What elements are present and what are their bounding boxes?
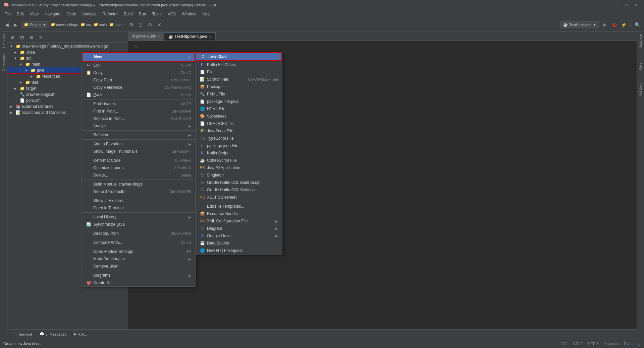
ctx-item-paste[interactable]: 📄 Paste Ctrl+V [82, 91, 195, 98]
status-position[interactable]: 27:1 [560, 342, 568, 346]
tree-settings-btn[interactable]: ⚙ [28, 33, 36, 42]
tree-item-crawler-blogs[interactable]: ▾ 📁 crawler-blogs F:\study_project\siki\… [7, 43, 128, 49]
maximize-button[interactable]: □ [622, 3, 631, 7]
sub-item-xml-config[interactable]: XML XML Configuration File ▶ [196, 217, 282, 225]
menu-view[interactable]: View [27, 11, 41, 17]
sub-item-ts-file[interactable]: TS TypeScript File [196, 135, 282, 142]
ctx-item-copy-ref[interactable]: Copy Reference Ctrl+Alt+Shift+C [82, 84, 195, 91]
ctx-item-mark-directory[interactable]: Mark Directory as ▶ [82, 255, 195, 263]
sub-item-diagram[interactable]: ◇ Diagram ▶ [196, 225, 282, 232]
tree-close-btn[interactable]: ✕ [37, 33, 45, 42]
minimize-button[interactable]: ─ [613, 3, 622, 7]
sub-item-xslt[interactable]: XS XSLT Stylesheet [196, 194, 282, 201]
menu-build[interactable]: Build [121, 11, 136, 17]
menu-help[interactable]: Help [200, 11, 213, 17]
toolbar-run-config-btn[interactable]: ⚡ [620, 21, 628, 29]
ctx-item-add-favorites[interactable]: Add to Favorites ▶ [82, 140, 195, 148]
right-panel-maven[interactable]: Maven [638, 58, 643, 73]
bottom-tab-messages[interactable]: 💬 0: Messages [36, 331, 70, 337]
sub-item-google-guice[interactable]: G Google Guice ▶ [196, 232, 282, 239]
sub-item-coffeescript[interactable]: ☕ CoffeeScript File [196, 157, 282, 164]
menu-vcs[interactable]: VCS [165, 11, 179, 17]
side-label-project[interactable]: 1: Project [1, 31, 6, 51]
sub-item-package-info[interactable]: 📄 package-info.java [196, 98, 282, 105]
ctx-item-copy-path[interactable]: Copy Path Ctrl+Shift+C [82, 76, 195, 84]
menu-run[interactable]: Run [136, 11, 149, 17]
ctx-item-replace-in-path[interactable]: Replace in Path... Ctrl+Shift+R [82, 115, 195, 122]
ctx-item-delete[interactable]: Delete... Delete [82, 171, 195, 179]
ctx-item-optimize-imports[interactable]: Optimize Imports Ctrl+Alt+O [82, 164, 195, 171]
close-button[interactable]: ✕ [631, 3, 641, 7]
toolbar-close-btn[interactable]: ✕ [155, 21, 163, 29]
sub-item-data-source[interactable]: 💾 Data Source [196, 239, 282, 247]
toolbar-forward-btn[interactable]: ▶ [11, 21, 19, 29]
side-label-favorites[interactable]: 2: Favorites [1, 51, 6, 74]
status-line-ending[interactable]: CRLF [573, 342, 583, 346]
ctx-item-show-explorer[interactable]: Show in Explorer [82, 197, 195, 204]
toolbar-run-btn[interactable]: ▶ [601, 21, 609, 29]
menu-code[interactable]: Code [64, 11, 79, 17]
tab-close-icon[interactable]: ✕ [157, 34, 160, 38]
ctx-item-local-history[interactable]: Local History ▶ [82, 213, 195, 221]
menu-analyze[interactable]: Analyze [79, 11, 99, 17]
ctx-item-reformat[interactable]: Reformat Code Ctrl+Alt+L [82, 157, 195, 164]
ctx-item-open-terminal[interactable]: Open in Terminal [82, 204, 195, 212]
toolbar-collapse-btn[interactable]: ☰ [137, 21, 145, 29]
sub-item-kotlin-file[interactable]: K Kotlin File/Class [196, 61, 282, 68]
sub-item-file[interactable]: 📄 File [196, 68, 282, 76]
ctx-item-copy[interactable]: 📋 Copy Ctrl+C [82, 69, 195, 76]
tab-close-icon[interactable]: ✕ [209, 35, 211, 39]
ctx-item-open-module-settings[interactable]: Open Module Settings F4 [82, 248, 195, 255]
project-selector[interactable]: 📁 Project ▼ [21, 21, 49, 28]
menu-file[interactable]: File [2, 11, 13, 17]
ctx-item-show-thumbnails[interactable]: Show Image Thumbnails Ctrl+Shift+T [82, 148, 195, 155]
sub-item-java-class[interactable]: C Java Class [196, 52, 282, 61]
toolbar-settings-btn[interactable]: ⚙ [146, 21, 154, 29]
ctx-item-create-gist[interactable]: 🐙 Create Gist... [82, 279, 195, 286]
tab-crawler-study[interactable]: crawler-study ✕ [128, 32, 164, 41]
ctx-item-synchronize[interactable]: 🔄 Synchronize 'java' [82, 221, 195, 228]
menu-window[interactable]: Window [179, 11, 199, 17]
ctx-item-diagrams[interactable]: Diagrams ▶ [82, 272, 195, 279]
status-indentation[interactable]: 4 spaces [604, 342, 619, 346]
tree-collapse-btn[interactable]: ⊟ [18, 33, 26, 42]
sub-item-singleton[interactable]: S Singleton [196, 171, 282, 179]
tree-new-btn[interactable]: ⊕ [9, 33, 17, 42]
sub-item-scratch-file[interactable]: 📝 Scratch File Ctrl+Alt+Shift+Insert [196, 76, 282, 83]
ctx-item-dir-path[interactable]: Directory Path Ctrl+Alt+F12 [82, 230, 195, 237]
ctx-item-cut[interactable]: ✂ Cut Ctrl+X [82, 62, 195, 69]
right-panel-ant-build[interactable]: Ant Build [638, 80, 643, 99]
sub-item-resource-bundle[interactable]: 📦 Resource Bundle [196, 210, 282, 217]
menu-tools[interactable]: Tools [150, 11, 164, 17]
ctx-item-find-in-path[interactable]: Find in Path... Ctrl+Shift+F [82, 108, 195, 115]
menu-navigate[interactable]: Navigate [42, 11, 63, 17]
sub-item-fxml[interactable]: 🔧 FXML File [196, 90, 282, 98]
sub-item-stylesheet[interactable]: 🎨 Stylesheet [196, 113, 282, 120]
ctx-item-build-module[interactable]: Build Module 'crawler-blogs' [82, 181, 195, 188]
sub-item-edit-templates[interactable]: Edit File Templates... [196, 203, 282, 210]
bottom-tab-terminal[interactable]: ⬛ Terminal [9, 331, 36, 337]
ctx-item-analyze[interactable]: Analyze ▶ [82, 122, 195, 130]
toolbar-search-btn[interactable]: 🔍 [633, 21, 641, 29]
bottom-tab-run[interactable]: ▶ 4: F... [70, 331, 90, 337]
sub-item-javafx[interactable]: FX JavaFXApplication [196, 164, 282, 171]
ctx-item-remove-bom[interactable]: Remove BOM [82, 263, 195, 270]
tab-testhttpclient[interactable]: ☕ TestHttpclient.java ✕ [164, 32, 215, 41]
sub-item-gradle-kotlin-settings[interactable]: G Gradle Kotlin DSL Settings [196, 186, 282, 194]
sub-item-cfml[interactable]: 📄 CFML/CFC file [196, 120, 282, 127]
sub-item-package[interactable]: 📦 Package [196, 83, 282, 90]
sub-item-js-file[interactable]: JS JavaScript File [196, 127, 282, 135]
context-menu[interactable]: New ▶ ✂ Cut Ctrl+X 📋 Copy Ctrl+C Copy Pa… [82, 52, 196, 287]
ctx-item-refactor[interactable]: Refactor ▶ [82, 131, 195, 139]
sub-item-gradle-kotlin-build[interactable]: G Gradle Kotlin DSL Build Script [196, 179, 282, 186]
menu-refactor[interactable]: Refactor [100, 11, 120, 17]
ctx-item-new[interactable]: New ▶ [82, 52, 195, 62]
right-panel-database[interactable]: Database [638, 31, 643, 51]
status-encoding[interactable]: UTF-8 [588, 342, 598, 346]
status-event-log[interactable]: Event Log [624, 342, 641, 346]
toolbar-back-btn[interactable]: ◀ [3, 21, 11, 29]
ctx-item-find-usages[interactable]: Find Usages Alt+F7 [82, 100, 195, 108]
sub-item-kotlin-script[interactable]: K Kotlin Script [196, 149, 282, 157]
run-configuration[interactable]: ☕ TestHttpclient ▼ [560, 21, 599, 28]
ctx-item-compare-with[interactable]: Compare With... Ctrl+D [82, 239, 195, 246]
